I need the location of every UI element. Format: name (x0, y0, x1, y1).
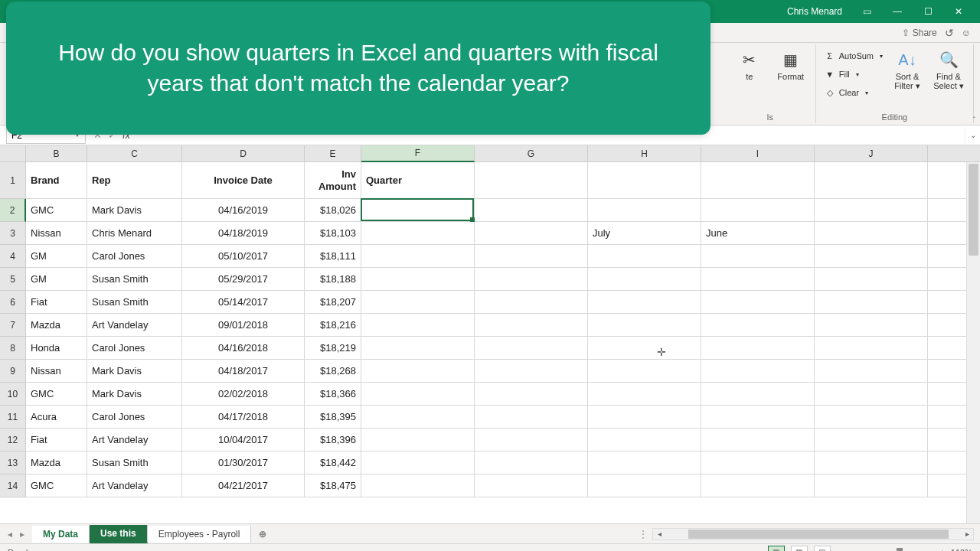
cell-g[interactable] (475, 199, 588, 222)
cell-j[interactable] (815, 199, 928, 222)
cell-i[interactable] (701, 360, 815, 383)
row-head-12[interactable]: 12 (0, 429, 26, 452)
cell-h[interactable] (588, 291, 701, 314)
cell-quarter[interactable] (361, 291, 475, 314)
cell-i[interactable] (701, 452, 815, 474)
add-sheet-button[interactable]: ⊕ (251, 526, 274, 543)
cell-j[interactable] (815, 245, 928, 268)
vertical-scrollbar[interactable] (966, 162, 980, 523)
header-brand[interactable]: Brand (26, 162, 87, 199)
cell-h[interactable]: July (588, 222, 701, 245)
cell-h[interactable] (588, 199, 701, 222)
cell-quarter[interactable] (361, 360, 475, 383)
cell-i[interactable] (701, 474, 815, 497)
cell-amount[interactable]: $18,475 (305, 474, 361, 497)
find-select-button[interactable]: 🔍 Find &Select ▾ (930, 47, 967, 90)
cell-amount[interactable]: $18,111 (305, 245, 361, 268)
row-head-5[interactable]: 5 (0, 268, 26, 291)
cell-quarter[interactable] (361, 337, 475, 360)
header-inv-amount[interactable]: InvAmount (305, 162, 361, 199)
row-head-4[interactable]: 4 (0, 245, 26, 268)
clear-button[interactable]: ◇Clear▾ (822, 84, 884, 101)
cell-date[interactable]: 05/14/2017 (182, 291, 305, 314)
col-head-D[interactable]: D (182, 145, 305, 162)
cell-rep[interactable]: Susan Smith (87, 452, 182, 474)
fill-button[interactable]: ▼Fill▾ (822, 66, 884, 83)
view-normal-button[interactable]: ▦ (768, 546, 785, 552)
row-head-9[interactable]: 9 (0, 360, 26, 383)
cell-i[interactable] (701, 245, 815, 268)
cell-g[interactable] (475, 406, 588, 429)
cell-rep[interactable]: Carol Jones (87, 337, 182, 360)
cell-date[interactable]: 05/10/2017 (182, 245, 305, 268)
header-invoice-date[interactable]: Invoice Date (182, 162, 305, 199)
cell-date[interactable]: 04/18/2017 (182, 360, 305, 383)
zoom-level[interactable]: 110% (951, 548, 972, 552)
cell-j[interactable] (815, 406, 928, 429)
cell-amount[interactable]: $18,366 (305, 383, 361, 406)
cell-g[interactable] (475, 268, 588, 291)
cell-g[interactable] (475, 337, 588, 360)
col-head-F[interactable]: F (361, 145, 475, 162)
cell-amount[interactable]: $18,026 (305, 199, 361, 222)
cell-g[interactable] (475, 222, 588, 245)
cell-i[interactable] (701, 429, 815, 452)
cell-brand[interactable]: Acura (26, 406, 87, 429)
cell-quarter[interactable] (361, 245, 475, 268)
row-head-10[interactable]: 10 (0, 383, 26, 406)
cell-i[interactable] (701, 406, 815, 429)
col-head-I[interactable]: I (701, 145, 815, 162)
cell-h[interactable] (588, 452, 701, 474)
cell-amount[interactable]: $18,268 (305, 360, 361, 383)
header-empty[interactable] (475, 162, 588, 199)
cell-brand[interactable]: Fiat (26, 291, 87, 314)
zoom-in-button[interactable]: + (939, 548, 944, 552)
cell-j[interactable] (815, 314, 928, 337)
cell-g[interactable] (475, 360, 588, 383)
delete-button[interactable]: ✂ te (731, 47, 768, 81)
cell-rep[interactable]: Susan Smith (87, 291, 182, 314)
cell-amount[interactable]: $18,219 (305, 337, 361, 360)
cell-h[interactable] (588, 337, 701, 360)
cell-amount[interactable]: $18,442 (305, 452, 361, 474)
cell-g[interactable] (475, 429, 588, 452)
view-page-layout-button[interactable]: ▥ (791, 546, 808, 552)
cell-rep[interactable]: Art Vandelay (87, 474, 182, 497)
tab-my-data[interactable]: My Data (32, 526, 90, 543)
format-button[interactable]: ▦ Format (773, 47, 809, 81)
cell-quarter[interactable] (361, 452, 475, 474)
cell-rep[interactable]: Mark Davis (87, 199, 182, 222)
col-head-extra[interactable] (928, 145, 980, 162)
cell-rep[interactable]: Susan Smith (87, 268, 182, 291)
cell-rep[interactable]: Chris Menard (87, 222, 182, 245)
cell-g[interactable] (475, 383, 588, 406)
cell-rep[interactable]: Mark Davis (87, 383, 182, 406)
row-head-3[interactable]: 3 (0, 222, 26, 245)
col-head-J[interactable]: J (815, 145, 928, 162)
cell-rep[interactable]: Art Vandelay (87, 314, 182, 337)
scroll-left-icon[interactable]: ◂ (653, 530, 665, 538)
cell-j[interactable] (815, 474, 928, 497)
feedback-smiley-icon[interactable]: ☺ (962, 28, 971, 38)
cell-h[interactable] (588, 383, 701, 406)
row-head-14[interactable]: 14 (0, 474, 26, 497)
col-head-E[interactable]: E (305, 145, 361, 162)
row-head-11[interactable]: 11 (0, 406, 26, 429)
cell-brand[interactable]: GMC (26, 199, 87, 222)
cell-brand[interactable]: GM (26, 245, 87, 268)
cell-i[interactable]: June (701, 222, 815, 245)
cell-quarter[interactable] (361, 314, 475, 337)
header-empty[interactable] (701, 162, 815, 199)
cell-amount[interactable]: $18,103 (305, 222, 361, 245)
cell-i[interactable] (701, 268, 815, 291)
row-head-1[interactable]: 1 (0, 162, 26, 199)
cell-h[interactable] (588, 314, 701, 337)
cell-rep[interactable]: Mark Davis (87, 360, 182, 383)
collapse-ribbon-icon[interactable]: ˆ (973, 116, 975, 125)
cell-date[interactable]: 04/17/2018 (182, 406, 305, 429)
row-head-7[interactable]: 7 (0, 314, 26, 337)
cell-j[interactable] (815, 360, 928, 383)
maximize-button[interactable]: ☐ (913, 0, 943, 23)
cell-j[interactable] (815, 452, 928, 474)
cell-rep[interactable]: Art Vandelay (87, 429, 182, 452)
